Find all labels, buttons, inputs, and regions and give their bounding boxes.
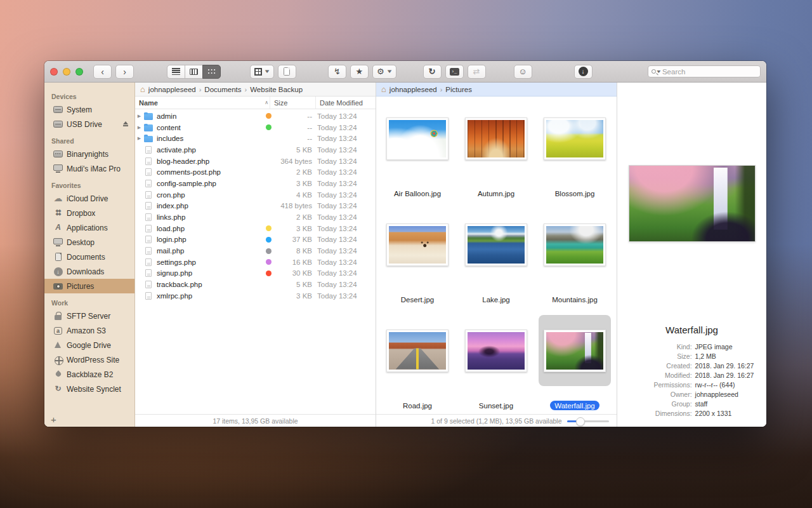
file-row[interactable]: ▶content--Today 13:24: [135, 122, 376, 133]
file-row[interactable]: ▶xmlrpc.php3 KBToday 13:24: [135, 290, 376, 302]
favorites-button[interactable]: ★: [350, 65, 369, 79]
sidebar-item[interactable]: iCloud Drive: [44, 191, 134, 206]
sidebar-item[interactable]: Documents: [44, 250, 134, 264]
breadcrumb-segment[interactable]: johnappleseed: [148, 86, 196, 93]
breadcrumb-segment[interactable]: Pictures: [445, 86, 472, 93]
file-date: Today 13:24: [317, 124, 376, 131]
file-row[interactable]: ▶login.php37 KBToday 13:24: [135, 234, 376, 246]
sidebar-item-icon: [53, 119, 63, 129]
file-row[interactable]: ▶settings.php16 KBToday 13:24: [135, 257, 376, 268]
sidebar-item[interactable]: Applications: [44, 220, 134, 235]
file-name: settings.php: [157, 258, 266, 266]
sidebar-item-icon: [53, 281, 63, 291]
add-favorite-button[interactable]: +: [51, 414, 56, 425]
file-date: Today 13:24: [317, 168, 376, 176]
grid-item-label: Autumn.jpg: [473, 189, 519, 197]
sidebar-item[interactable]: System: [44, 102, 134, 117]
file-row[interactable]: ▶links.php2 KBToday 13:24: [135, 211, 376, 223]
file-row[interactable]: ▶activate.php5 KBToday 13:24: [135, 144, 376, 156]
tag-dot: [266, 158, 272, 164]
grid-item[interactable]: Autumn.jpg: [457, 103, 535, 209]
thumbnail-frame: [544, 330, 606, 372]
thumbnail-frame: [465, 224, 527, 266]
grid-item[interactable]: Mountains.jpg: [535, 209, 614, 315]
downloads-button[interactable]: ↓: [574, 65, 593, 79]
disclosure-triangle-icon[interactable]: ▶: [135, 125, 142, 130]
sidebar-item[interactable]: Mudi's iMac Pro: [44, 161, 134, 176]
zoom-button[interactable]: [75, 68, 83, 76]
file-size: --: [277, 135, 317, 142]
sidebar-item[interactable]: Binarynights: [44, 147, 134, 161]
disclosure-triangle-icon[interactable]: ▶: [135, 114, 142, 119]
left-breadcrumb: ⌂ johnappleseed › Documents › Website Ba…: [135, 83, 376, 97]
sidebar-item[interactable]: Downloads: [44, 264, 134, 279]
column-view-button[interactable]: [185, 65, 203, 79]
new-file-button[interactable]: [278, 65, 296, 79]
sidebar-item-icon: [53, 370, 63, 379]
thumbnail-size-slider[interactable]: [567, 420, 609, 422]
sidebar-section-title: Favorites: [44, 176, 134, 191]
grid-item[interactable]: Sunset.jpg: [457, 315, 535, 414]
column-header-size[interactable]: Size: [270, 97, 315, 109]
grid-item[interactable]: Waterfall.jpg: [535, 315, 614, 414]
breadcrumb-segment[interactable]: johnappleseed: [390, 86, 437, 93]
minimize-button[interactable]: [63, 68, 70, 76]
grid-item[interactable]: Blossom.jpg: [535, 103, 614, 209]
metadata-label: Permissions:: [630, 380, 695, 390]
file-row[interactable]: ▶config-sample.php3 KBToday 13:24: [135, 178, 376, 189]
terminal-button[interactable]: ›_: [445, 65, 464, 79]
eject-icon[interactable]: [122, 121, 129, 128]
sync-button[interactable]: ↻: [423, 65, 442, 79]
file-row[interactable]: ▶signup.php30 KBToday 13:24: [135, 268, 376, 279]
terminal-icon: ›_: [450, 68, 459, 76]
disclosure-triangle-icon[interactable]: ▶: [135, 136, 142, 141]
sidebar-item[interactable]: Google Drive: [44, 338, 134, 352]
file-row[interactable]: ▶comments-post.php2 KBToday 13:24: [135, 166, 376, 178]
sidebar-item[interactable]: Pictures: [44, 279, 134, 293]
file-row[interactable]: ▶index.php418 bytesToday 13:24: [135, 201, 376, 212]
sidebar-item[interactable]: USB Drive: [44, 117, 134, 131]
sidebar-item[interactable]: SFTP Server: [44, 309, 134, 323]
sidebar-item-label: System: [67, 105, 92, 114]
close-button[interactable]: [50, 68, 58, 76]
sidebar-item[interactable]: Backblaze B2: [44, 367, 134, 382]
forward-button[interactable]: ›: [115, 65, 134, 79]
file-row[interactable]: ▶admin--Today 13:24: [135, 110, 376, 122]
preview-image: [629, 165, 756, 242]
file-name: activate.php: [157, 146, 266, 154]
transfer-button[interactable]: ⇄: [468, 65, 486, 79]
column-header-date[interactable]: Date Modified: [315, 97, 376, 109]
column-header-name[interactable]: Name∧: [135, 99, 270, 107]
sidebar-item[interactable]: Desktop: [44, 235, 134, 250]
file-size: 37 KB: [277, 236, 317, 243]
breadcrumb-segment[interactable]: Documents: [204, 86, 241, 93]
icon-view-icon: [208, 69, 216, 74]
new-file-icon: [284, 67, 290, 76]
grid-item[interactable]: Road.jpg: [378, 315, 457, 414]
back-button[interactable]: ‹: [93, 65, 112, 79]
sidebar-item[interactable]: Amazon S3: [44, 323, 134, 338]
search-input[interactable]: [662, 68, 760, 76]
quick-actions-button[interactable]: ↯: [328, 65, 346, 79]
thumbnail-frame: [465, 330, 527, 372]
list-view-button[interactable]: [167, 65, 185, 79]
file-row[interactable]: ▶mail.php8 KBToday 13:24: [135, 245, 376, 257]
emoji-button[interactable]: ☺: [514, 65, 532, 79]
breadcrumb-segment[interactable]: Website Backup: [250, 86, 303, 93]
search-field[interactable]: ▼: [648, 65, 761, 77]
file-row[interactable]: ▶trackback.php5 KBToday 13:24: [135, 279, 376, 290]
file-row[interactable]: ▶load.php3 KBToday 13:24: [135, 223, 376, 234]
grid-item[interactable]: Lake.jpg: [457, 209, 535, 315]
sidebar-item[interactable]: Dropbox: [44, 206, 134, 220]
sidebar-item[interactable]: Website Synclet: [44, 382, 134, 396]
arrange-button[interactable]: ▼: [250, 65, 274, 79]
settings-button[interactable]: ⚙▼: [372, 65, 396, 79]
grid-item-label: Blossom.jpg: [551, 189, 599, 197]
icon-view-button[interactable]: [202, 65, 221, 79]
grid-item[interactable]: Air Balloon.jpg: [378, 103, 457, 209]
file-row[interactable]: ▶includes--Today 13:24: [135, 133, 376, 144]
file-row[interactable]: ▶blog-header.php364 bytesToday 13:24: [135, 156, 376, 167]
file-row[interactable]: ▶cron.php4 KBToday 13:24: [135, 189, 376, 201]
sidebar-item[interactable]: WordPress Site: [44, 352, 134, 367]
grid-item[interactable]: Desert.jpg: [378, 209, 457, 315]
